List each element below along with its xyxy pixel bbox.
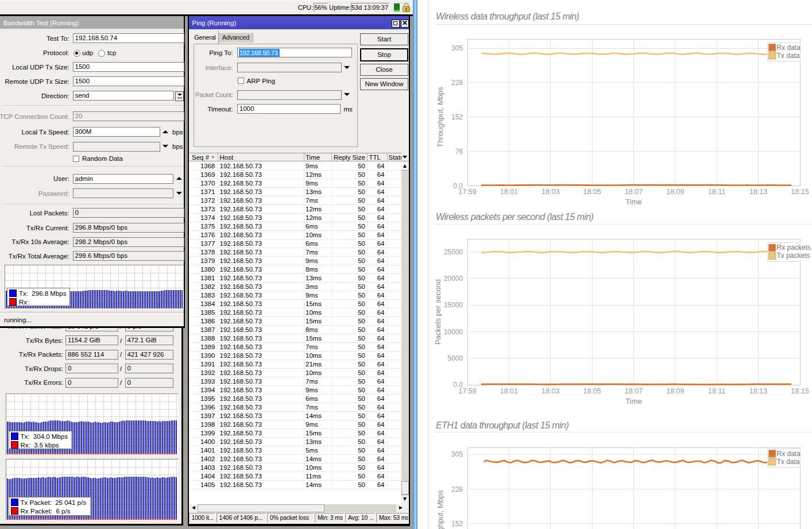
- svg-text:Rx data: Rx data: [777, 450, 801, 458]
- svg-text:Tx data: Tx data: [777, 52, 800, 60]
- svg-text:18:15: 18:15: [791, 387, 809, 395]
- svg-text:Tx data: Tx data: [777, 458, 800, 466]
- svg-text:18:09: 18:09: [666, 387, 684, 395]
- svg-text:305: 305: [451, 44, 463, 52]
- svg-text:18:05: 18:05: [583, 188, 601, 196]
- svg-text:Wireless packets per second (l: Wireless packets per second (last 15 min…: [436, 212, 594, 222]
- svg-text:18:09: 18:09: [666, 188, 684, 196]
- svg-text:Tx packets: Tx packets: [777, 252, 810, 260]
- svg-text:18:07: 18:07: [625, 387, 643, 395]
- svg-text:76: 76: [455, 148, 463, 156]
- svg-text:18:15: 18:15: [791, 188, 809, 196]
- svg-text:17:59: 17:59: [458, 387, 476, 395]
- svg-text:Packets per second: Packets per second: [434, 279, 442, 345]
- svg-text:18:07: 18:07: [625, 188, 643, 196]
- svg-text:152: 152: [451, 113, 463, 121]
- svg-text:18:13: 18:13: [749, 387, 767, 395]
- svg-text:5000: 5000: [447, 354, 463, 362]
- svg-text:18:01: 18:01: [500, 188, 518, 196]
- svg-text:18:03: 18:03: [542, 188, 559, 196]
- svg-text:Rx packets: Rx packets: [777, 244, 811, 252]
- svg-text:228: 228: [451, 485, 463, 493]
- svg-text:18:03: 18:03: [542, 387, 559, 395]
- svg-text:10000: 10000: [444, 328, 463, 336]
- svg-text:ETH1 data throughput (last 15: ETH1 data throughput (last 15 min): [436, 420, 569, 430]
- svg-text:Wireless data throughput (last: Wireless data throughput (last 15 min): [436, 11, 579, 21]
- svg-text:228: 228: [451, 79, 463, 87]
- svg-text:Throughput, Mbps: Throughput, Mbps: [436, 87, 444, 148]
- svg-text:Time: Time: [625, 397, 641, 406]
- svg-text:20000: 20000: [444, 275, 463, 283]
- svg-text:Throughput, Mbps: Throughput, Mbps: [436, 490, 444, 529]
- svg-text:305: 305: [451, 450, 463, 458]
- svg-text:152: 152: [451, 520, 463, 528]
- svg-text:Rx data: Rx data: [777, 44, 801, 52]
- svg-text:18:01: 18:01: [500, 387, 518, 395]
- svg-text:Time: Time: [625, 198, 641, 206]
- svg-text:18:11: 18:11: [708, 387, 725, 395]
- svg-text:18:05: 18:05: [583, 387, 601, 395]
- svg-text:18:11: 18:11: [708, 188, 725, 196]
- svg-text:25000: 25000: [444, 248, 463, 256]
- svg-text:15000: 15000: [444, 301, 463, 309]
- svg-text:17:59: 17:59: [458, 188, 476, 196]
- svg-text:18:13: 18:13: [749, 188, 767, 196]
